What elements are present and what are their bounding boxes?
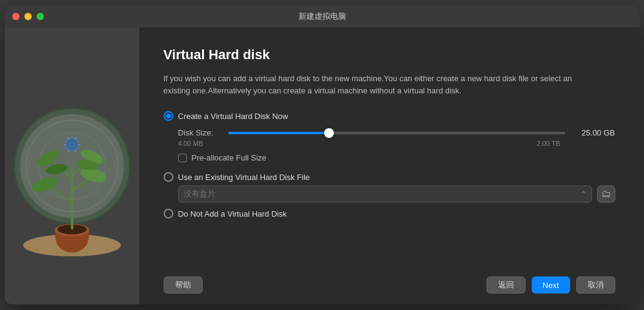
pre-allocate-label: Pre-allocate Full Size [192, 153, 267, 162]
bottom-left-buttons: 帮助 [164, 276, 203, 294]
slider-thumb[interactable] [324, 128, 334, 138]
panel-description: If you wish you can add a virtual hard d… [164, 73, 591, 96]
panel-title: Virtual Hard disk [164, 47, 615, 63]
use-existing-label: Use an Existing Virtual Hard Disk File [178, 173, 310, 182]
minimize-button[interactable] [24, 13, 32, 20]
help-button[interactable]: 帮助 [164, 276, 203, 294]
window-title: 新建虚拟电脑 [298, 11, 346, 22]
radio-use-existing[interactable] [164, 172, 173, 182]
disk-size-value: 25.00 GB [573, 128, 615, 137]
radio-create-now[interactable] [164, 111, 173, 121]
bottom-right-buttons: 返回 Next 取消 [487, 276, 615, 294]
pre-allocate-option[interactable]: Pre-allocate Full Size [178, 153, 615, 162]
titlebar: 新建虚拟电脑 [5, 5, 640, 27]
slider-range-row: 4.00 MB 2.00 TB [178, 140, 615, 147]
existing-disk-selector: 没有盘片 ⌃ 🗂 [178, 186, 615, 203]
option-use-existing: Use an Existing Virtual Hard Disk File 没… [164, 172, 615, 203]
svg-point-31 [66, 139, 78, 151]
cancel-button[interactable]: 取消 [576, 276, 615, 294]
folder-browse-button[interactable]: 🗂 [597, 186, 615, 203]
dropdown-arrow-icon: ⌃ [581, 190, 587, 198]
disk-size-slider[interactable] [228, 132, 565, 134]
slider-max-label: 2.00 TB [537, 140, 560, 147]
bottom-bar: 帮助 返回 Next 取消 [164, 265, 615, 305]
option-do-not-add[interactable]: Do Not Add a Virtual Hard Disk [164, 209, 615, 218]
folder-icon: 🗂 [601, 189, 611, 200]
back-button[interactable]: 返回 [487, 276, 526, 294]
disk-size-row: Disk Size: 25.00 GB [178, 128, 615, 137]
radio-do-not-add[interactable] [164, 209, 173, 218]
option-create-now[interactable]: Create a Virtual Hard Disk Now [164, 111, 615, 121]
do-not-add-label: Do Not Add a Virtual Hard Disk [178, 209, 287, 218]
maximize-button[interactable] [37, 13, 44, 20]
slider-fill [228, 132, 330, 134]
pre-allocate-checkbox[interactable] [178, 154, 187, 162]
disk-dropdown[interactable]: 没有盘片 ⌃ [178, 186, 592, 203]
main-panel: Virtual Hard disk If you wish you can ad… [139, 27, 640, 305]
sidebar-illustration [11, 56, 133, 276]
content-area: Virtual Hard disk If you wish you can ad… [5, 27, 640, 305]
disk-size-label: Disk Size: [178, 128, 221, 137]
create-now-label: Create a Virtual Hard Disk Now [178, 112, 288, 121]
titlebar-buttons [12, 13, 44, 20]
options-area: Create a Virtual Hard Disk Now Disk Size… [164, 111, 615, 265]
main-window: 新建虚拟电脑 [5, 5, 640, 305]
no-disk-text: 没有盘片 [184, 189, 215, 200]
sidebar [5, 27, 139, 305]
close-button[interactable] [12, 13, 20, 20]
slider-min-label: 4.00 MB [178, 140, 203, 147]
next-button[interactable]: Next [532, 276, 570, 294]
